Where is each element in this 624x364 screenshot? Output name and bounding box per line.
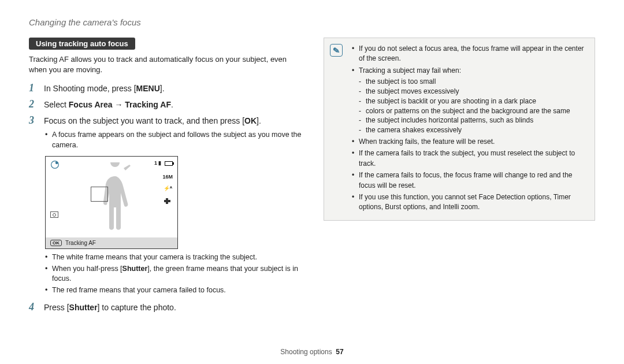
lcd-illustration: 1 ▮ 16M ⚡ᴬ xyxy=(45,156,306,249)
frame-green: When you half-press [Shutter], the green… xyxy=(45,264,306,284)
step-2: 2 Select Focus Area → Tracking AF. xyxy=(29,98,306,111)
page-footer: Shooting options 57 xyxy=(0,348,624,356)
step-post: . xyxy=(171,100,173,109)
camera-icon xyxy=(50,211,58,218)
arrow: → xyxy=(113,100,125,109)
footer-section: Shooting options xyxy=(280,348,332,356)
step-post: ]. xyxy=(160,84,165,93)
right-column: ✎ If you do not select a focus area, the… xyxy=(324,38,595,317)
page-number: 57 xyxy=(336,348,343,356)
step-3-sub: A focus frame appears on the subject and… xyxy=(45,130,306,150)
stabilizer-icon xyxy=(164,197,172,206)
step-text: Select Focus Area → Tracking AF. xyxy=(44,98,173,111)
lcd-mode-label: Tracking AF xyxy=(65,240,96,246)
tracking-af-label: Tracking AF xyxy=(125,100,171,109)
flash-auto-icon: ⚡ᴬ xyxy=(164,185,172,191)
section-badge: Using tracking auto focus xyxy=(29,38,135,50)
step-post: ] to capture the photo. xyxy=(98,303,176,312)
resolution-icon: 16M xyxy=(162,174,173,180)
step-number: 1 xyxy=(29,82,38,94)
frame-red: The red frame means that your camera fai… xyxy=(45,285,306,296)
ok-icon: OK xyxy=(50,240,62,246)
frame-meanings: The white frame means that your camera i… xyxy=(45,252,306,295)
left-column: Using tracking auto focus Tracking AF al… xyxy=(29,38,306,317)
step-pre: Focus on the subject you want to track, … xyxy=(44,116,244,125)
note-item: If you use this function, you cannot set… xyxy=(352,192,588,213)
step-text: In Shooting mode, press [MENU]. xyxy=(44,82,165,95)
note-subitem: the subject is backlit or you are shooti… xyxy=(359,96,588,106)
step-text: Focus on the subject you want to track, … xyxy=(44,114,261,127)
step-number: 4 xyxy=(29,301,38,313)
note-subitem: the subject is too small xyxy=(359,77,588,87)
note-subitem: the subject moves excessively xyxy=(359,87,588,96)
note-subitem: the camera shakes excessively xyxy=(359,125,588,135)
ok-button-label: OK xyxy=(244,116,257,125)
battery-icon xyxy=(165,161,173,166)
note-box: ✎ If you do not select a focus area, the… xyxy=(324,38,595,221)
focus-frame xyxy=(91,187,108,202)
step-1: 1 In Shooting mode, press [MENU]. xyxy=(29,82,306,95)
note-icon: ✎ xyxy=(330,44,343,57)
note-subitem: the subject includes horizontal patterns… xyxy=(359,116,588,125)
step-pre: In Shooting mode, press [ xyxy=(44,84,136,93)
note-item: When tracking fails, the feature will be… xyxy=(352,137,588,147)
svg-point-1 xyxy=(55,162,58,165)
page-header: Changing the camera's focus xyxy=(29,17,595,27)
shutter-label: Shutter xyxy=(122,265,148,273)
text: When you half-press [ xyxy=(52,265,122,273)
step-4: 4 Press [Shutter] to capture the photo. xyxy=(29,301,306,314)
menu-button-label: MENU xyxy=(136,84,160,93)
step-number: 2 xyxy=(29,98,38,110)
substep-text: A focus frame appears on the subject and… xyxy=(45,130,306,150)
shot-counter: 1 xyxy=(154,160,157,166)
note-subitem: colors or patterns on the subject and th… xyxy=(359,106,588,116)
step-number: 3 xyxy=(29,114,38,127)
note-lead: Tracking a subject may fail when: xyxy=(359,66,461,75)
sd-icon: ▮ xyxy=(158,160,161,166)
step-3: 3 Focus on the subject you want to track… xyxy=(29,114,306,127)
note-item: If the camera fails to track the subject… xyxy=(352,148,588,169)
frame-white: The white frame means that your camera i… xyxy=(45,252,306,263)
intro-text: Tracking AF allows you to track and auto… xyxy=(29,54,306,75)
step-text: Press [Shutter] to capture the photo. xyxy=(44,301,176,314)
lcd-status-bar: OK Tracking AF xyxy=(46,237,177,248)
mode-icon xyxy=(50,160,60,169)
step-pre: Press [ xyxy=(44,303,69,312)
shutter-label: Shutter xyxy=(69,303,98,312)
note-item: Tracking a subject may fail when: the su… xyxy=(352,66,588,135)
step-pre: Select xyxy=(44,100,69,109)
note-item: If the camera fails to focus, the focus … xyxy=(352,170,588,191)
step-post: ]. xyxy=(257,116,261,125)
focus-area-label: Focus Area xyxy=(69,100,113,109)
lcd-top-right: 1 ▮ xyxy=(154,160,173,167)
note-item: If you do not select a focus area, the f… xyxy=(352,44,588,64)
